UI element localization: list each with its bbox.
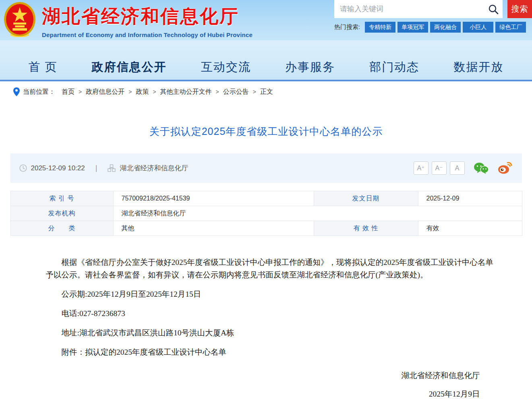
crumb-separator: > — [253, 89, 256, 95]
table-row: 发布机构 湖北省经济和信息化厅 — [10, 206, 522, 221]
crumb-other-public-docs[interactable]: 其他主动公开文件 — [160, 88, 212, 96]
font-larger-button[interactable]: A⁺ — [414, 161, 428, 175]
issue-date-value: 2025-12-09 — [418, 191, 522, 206]
article-title: 关于拟认定2025年度省级工业设计中心名单的公示 — [10, 125, 522, 138]
nav-item-home[interactable]: 首 页 — [29, 59, 58, 75]
signature-date: 2025年12月9日 — [46, 388, 480, 399]
crumb-separator: > — [216, 89, 219, 95]
hot-tag-lvsegongchang[interactable]: 绿色工厂 — [495, 22, 526, 33]
category-value: 其他 — [113, 221, 314, 236]
site-title: 湖北省经济和信息化厅 — [42, 4, 253, 29]
search-area: 搜索 热门搜索: 专精特新 单项冠军 两化融合 小巨人 绿色工厂 — [334, 0, 532, 33]
nav-item-interaction[interactable]: 互动交流 — [201, 59, 251, 75]
source-org: 湖北省经济和信息化厅 — [120, 163, 188, 173]
publish-datetime: 2025-12-09 10:22 — [31, 164, 85, 172]
article-body: 根据《省经信厅办公室关于做好2025年度省级工业设计中心申报工作的通知》，现将拟… — [10, 256, 522, 399]
hot-tag-danxiangguanjun[interactable]: 单项冠军 — [397, 22, 428, 33]
nav-item-open-data[interactable]: 数据开放 — [453, 59, 503, 75]
nav-item-gov-info[interactable]: 政府信息公开 — [92, 59, 167, 75]
contact-phone: 电话:027-87236873 — [46, 307, 496, 320]
publicity-period: 公示期:2025年12月9日至2025年12月15日 — [46, 288, 496, 300]
validity-value: 有效 — [418, 221, 522, 236]
page: 湖北省经济和信息化厅 Department of Economy and Inf… — [0, 0, 532, 399]
crumb-separator: > — [79, 89, 82, 95]
issue-date-label: 发文日期 — [314, 191, 418, 206]
crumb-separator: > — [128, 89, 132, 95]
font-smaller-button[interactable]: A⁻ — [432, 161, 447, 175]
table-row: 索 引 号 757009218/2025-41539 发文日期 2025-12-… — [10, 191, 522, 206]
national-emblem-logo — [3, 2, 36, 37]
crumb-article[interactable]: 正文 — [260, 88, 273, 96]
location-pin-icon — [13, 87, 20, 96]
crumb-home[interactable]: 首页 — [62, 88, 75, 96]
index-number-label: 索 引 号 — [10, 191, 113, 206]
main-nav: 首 页 政府信息公开 互动交流 办事服务 部门动态 数据开放 — [0, 55, 532, 80]
search-button[interactable]: 搜索 — [507, 0, 532, 18]
contact-address: 地址:湖北省武汉市武昌区洪山路10号洪山大厦A栋 — [46, 327, 496, 339]
site-subtitle: Department of Economy and Information Te… — [42, 31, 253, 38]
index-number-value: 757009218/2025-41539 — [113, 191, 314, 206]
site-header: 湖北省经济和信息化厅 Department of Economy and Inf… — [0, 0, 532, 81]
category-label: 分 类 — [10, 221, 113, 236]
article-meta-bar: 2025-12-09 10:22 | 湖北省经济和信息化厅 — [10, 153, 522, 183]
clock-icon — [19, 164, 27, 172]
wechat-share-icon[interactable] — [474, 162, 489, 174]
hot-tag-zhuanjingtexin[interactable]: 专精特新 — [365, 22, 395, 33]
issuing-agency-value: 湖北省经济和信息化厅 — [113, 206, 522, 221]
signature-org: 湖北省经济和信息化厅 — [46, 370, 480, 382]
breadcrumb-label: 当前位置： — [23, 88, 55, 96]
body-paragraph: 根据《省经信厅办公室关于做好2025年度省级工业设计中心申报工作的通知》，现将拟… — [46, 256, 496, 281]
table-row: 分 类 其他 有 效 性 有效 — [10, 221, 522, 236]
hot-search-label: 热门搜索: — [334, 23, 360, 31]
crumb-gov-info[interactable]: 政府信息公开 — [86, 88, 124, 96]
nav-item-department-news[interactable]: 部门动态 — [369, 59, 419, 75]
signature-block: 湖北省经济和信息化厅 2025年12月9日 — [46, 370, 496, 399]
crumb-policy[interactable]: 政策 — [136, 88, 149, 96]
crumb-announcements[interactable]: 公示公告 — [223, 88, 249, 96]
document-info-table: 索 引 号 757009218/2025-41539 发文日期 2025-12-… — [10, 191, 522, 236]
breadcrumb: 当前位置： 首页 > 政府信息公开 > 政策 > 其他主动公开文件 > 公示公告… — [0, 81, 532, 102]
weibo-share-icon[interactable] — [498, 162, 513, 174]
search-input[interactable] — [340, 5, 488, 13]
meta-divider: | — [95, 164, 97, 172]
hot-tag-lianghuaronghe[interactable]: 两化融合 — [430, 22, 461, 33]
issuing-agency-label: 发布机构 — [10, 206, 113, 221]
font-normal-button[interactable]: A — [450, 161, 465, 175]
article: 关于拟认定2025年度省级工业设计中心名单的公示 2025-12-09 10:2… — [10, 125, 522, 399]
attachment-link[interactable]: 附件：拟认定的2025年度省级工业设计中心名单 — [46, 346, 496, 358]
search-icon — [488, 4, 499, 14]
validity-label: 有 效 性 — [314, 221, 418, 236]
hot-tag-xiaojuren[interactable]: 小巨人 — [463, 22, 493, 33]
source-org-icon — [108, 164, 116, 172]
nav-item-services[interactable]: 办事服务 — [285, 59, 335, 75]
crumb-separator: > — [153, 89, 156, 95]
